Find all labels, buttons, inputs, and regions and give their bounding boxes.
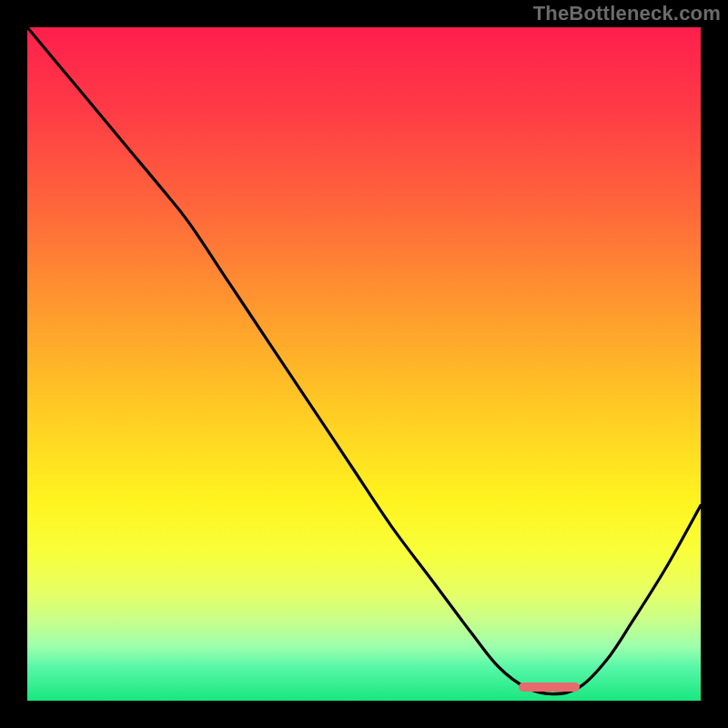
bottleneck-curve — [27, 27, 701, 701]
chart-frame: TheBottleneck.com — [0, 0, 728, 728]
plot-area — [27, 27, 701, 701]
watermark-text: TheBottleneck.com — [533, 2, 721, 25]
optimal-range-marker — [519, 682, 580, 692]
curve-path — [27, 27, 701, 694]
